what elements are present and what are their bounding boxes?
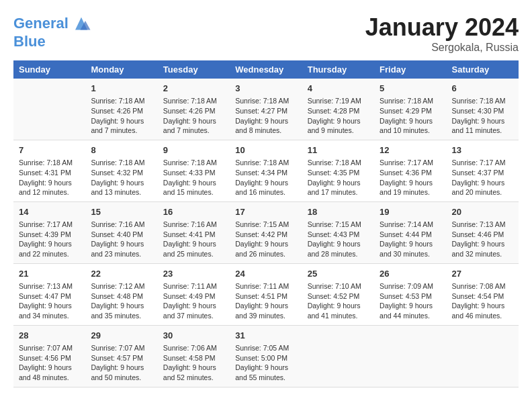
day-number: 30	[163, 330, 224, 342]
sunset-text: Sunset: 4:34 PM	[235, 168, 296, 178]
day-number: 1	[91, 83, 152, 95]
day-number: 22	[91, 268, 152, 280]
calendar-row: 14 Sunrise: 7:17 AM Sunset: 4:39 PM Dayl…	[13, 201, 519, 263]
sunrise-text: Sunrise: 7:19 AM	[308, 96, 369, 106]
sunset-text: Sunset: 4:47 PM	[19, 291, 80, 302]
day-number: 14	[19, 206, 80, 218]
sunrise-text: Sunrise: 7:10 AM	[308, 281, 369, 291]
daylight-text: Daylight: 9 hours and 44 minutes.	[380, 301, 441, 320]
calendar-cell: 20 Sunrise: 7:13 AM Sunset: 4:46 PM Dayl…	[447, 201, 519, 263]
calendar-cell: 27 Sunrise: 7:08 AM Sunset: 4:54 PM Dayl…	[447, 263, 519, 325]
day-number: 4	[308, 83, 369, 95]
col-header-friday: Friday	[374, 60, 446, 79]
sunrise-text: Sunrise: 7:18 AM	[380, 96, 441, 106]
calendar-cell	[13, 79, 85, 140]
sunrise-text: Sunrise: 7:16 AM	[163, 220, 224, 230]
sunrise-text: Sunrise: 7:17 AM	[19, 220, 80, 230]
day-number: 26	[380, 268, 441, 280]
daylight-text: Daylight: 9 hours and 55 minutes.	[235, 363, 296, 382]
sunrise-text: Sunrise: 7:18 AM	[91, 96, 152, 106]
calendar-cell: 30 Sunrise: 7:06 AM Sunset: 4:58 PM Dayl…	[158, 325, 230, 387]
daylight-text: Daylight: 9 hours and 23 minutes.	[91, 239, 152, 259]
sunrise-text: Sunrise: 7:18 AM	[452, 96, 513, 106]
daylight-text: Daylight: 9 hours and 25 minutes.	[163, 239, 224, 259]
daylight-text: Daylight: 9 hours and 16 minutes.	[235, 178, 296, 197]
day-number: 16	[163, 206, 224, 218]
calendar-cell: 12 Sunrise: 7:17 AM Sunset: 4:36 PM Dayl…	[374, 140, 446, 201]
day-number: 7	[19, 144, 80, 156]
day-number: 20	[452, 206, 513, 218]
calendar-cell: 3 Sunrise: 7:18 AM Sunset: 4:27 PM Dayli…	[230, 79, 302, 140]
calendar-cell: 22 Sunrise: 7:12 AM Sunset: 4:48 PM Dayl…	[85, 263, 157, 325]
daylight-text: Daylight: 9 hours and 34 minutes.	[19, 301, 80, 320]
daylight-text: Daylight: 9 hours and 9 minutes.	[308, 116, 369, 136]
calendar-cell: 29 Sunrise: 7:07 AM Sunset: 4:57 PM Dayl…	[85, 325, 157, 387]
sunrise-text: Sunrise: 7:18 AM	[235, 158, 296, 168]
sunset-text: Sunset: 4:28 PM	[308, 106, 369, 116]
sunset-text: Sunset: 4:26 PM	[91, 106, 152, 116]
calendar-table: SundayMondayTuesdayWednesdayThursdayFrid…	[13, 60, 519, 387]
sunset-text: Sunset: 4:49 PM	[163, 291, 224, 302]
sunset-text: Sunset: 4:43 PM	[308, 230, 369, 240]
sunrise-text: Sunrise: 7:12 AM	[91, 281, 152, 291]
sunset-text: Sunset: 4:40 PM	[91, 230, 152, 240]
day-number: 18	[308, 206, 369, 218]
sunrise-text: Sunrise: 7:15 AM	[235, 220, 296, 230]
calendar-row: 21 Sunrise: 7:13 AM Sunset: 4:47 PM Dayl…	[13, 263, 519, 325]
calendar-cell: 2 Sunrise: 7:18 AM Sunset: 4:26 PM Dayli…	[158, 79, 230, 140]
sunset-text: Sunset: 4:32 PM	[91, 168, 152, 178]
day-number: 10	[235, 144, 296, 156]
calendar-cell: 21 Sunrise: 7:13 AM Sunset: 4:47 PM Dayl…	[13, 263, 85, 325]
sunset-text: Sunset: 4:35 PM	[308, 168, 369, 178]
sunrise-text: Sunrise: 7:16 AM	[91, 220, 152, 230]
sunset-text: Sunset: 4:29 PM	[380, 106, 441, 116]
sunrise-text: Sunrise: 7:13 AM	[19, 281, 80, 291]
calendar-cell	[302, 325, 374, 387]
calendar-cell: 13 Sunrise: 7:17 AM Sunset: 4:37 PM Dayl…	[447, 140, 519, 201]
sunset-text: Sunset: 4:57 PM	[91, 353, 152, 363]
sunset-text: Sunset: 4:58 PM	[163, 353, 224, 363]
calendar-cell: 8 Sunrise: 7:18 AM Sunset: 4:32 PM Dayli…	[85, 140, 157, 201]
logo-icon	[71, 13, 91, 34]
calendar-row: 7 Sunrise: 7:18 AM Sunset: 4:31 PM Dayli…	[13, 140, 519, 201]
daylight-text: Daylight: 9 hours and 50 minutes.	[91, 363, 152, 382]
day-number: 8	[91, 144, 152, 156]
daylight-text: Daylight: 9 hours and 15 minutes.	[163, 178, 224, 197]
day-number: 5	[380, 83, 441, 95]
day-number: 28	[19, 330, 80, 342]
sunset-text: Sunset: 4:56 PM	[19, 353, 80, 363]
daylight-text: Daylight: 9 hours and 52 minutes.	[163, 363, 224, 382]
day-number: 19	[380, 206, 441, 218]
sunset-text: Sunset: 4:36 PM	[380, 168, 441, 178]
calendar-cell: 1 Sunrise: 7:18 AM Sunset: 4:26 PM Dayli…	[85, 79, 157, 140]
calendar-cell	[447, 325, 519, 387]
day-number: 27	[452, 268, 513, 280]
calendar-cell: 9 Sunrise: 7:18 AM Sunset: 4:33 PM Dayli…	[158, 140, 230, 201]
daylight-text: Daylight: 9 hours and 13 minutes.	[91, 178, 152, 197]
logo-blue: Blue	[13, 34, 91, 50]
day-number: 17	[235, 206, 296, 218]
daylight-text: Daylight: 9 hours and 10 minutes.	[380, 116, 441, 136]
daylight-text: Daylight: 9 hours and 46 minutes.	[452, 301, 513, 320]
daylight-text: Daylight: 9 hours and 7 minutes.	[91, 116, 152, 136]
sunset-text: Sunset: 4:33 PM	[163, 168, 224, 178]
day-number: 2	[163, 83, 224, 95]
day-number: 24	[235, 268, 296, 280]
sunset-text: Sunset: 4:37 PM	[452, 168, 513, 178]
calendar-cell: 15 Sunrise: 7:16 AM Sunset: 4:40 PM Dayl…	[85, 201, 157, 263]
sunrise-text: Sunrise: 7:18 AM	[163, 96, 224, 106]
daylight-text: Daylight: 9 hours and 7 minutes.	[163, 116, 224, 136]
sunrise-text: Sunrise: 7:17 AM	[380, 158, 441, 168]
sunrise-text: Sunrise: 7:08 AM	[452, 281, 513, 291]
col-header-monday: Monday	[85, 60, 157, 79]
sunrise-text: Sunrise: 7:18 AM	[163, 158, 224, 168]
calendar-row: 1 Sunrise: 7:18 AM Sunset: 4:26 PM Dayli…	[13, 79, 519, 140]
sunrise-text: Sunrise: 7:13 AM	[452, 220, 513, 230]
page-header: General Blue January 2024 Sergokala, Rus…	[13, 13, 519, 54]
calendar-cell: 31 Sunrise: 7:05 AM Sunset: 5:00 PM Dayl…	[230, 325, 302, 387]
daylight-text: Daylight: 9 hours and 48 minutes.	[19, 363, 80, 382]
daylight-text: Daylight: 9 hours and 32 minutes.	[452, 239, 513, 259]
sunset-text: Sunset: 4:31 PM	[19, 168, 80, 178]
daylight-text: Daylight: 9 hours and 17 minutes.	[308, 178, 369, 197]
title-block: January 2024 Sergokala, Russia	[365, 13, 519, 54]
